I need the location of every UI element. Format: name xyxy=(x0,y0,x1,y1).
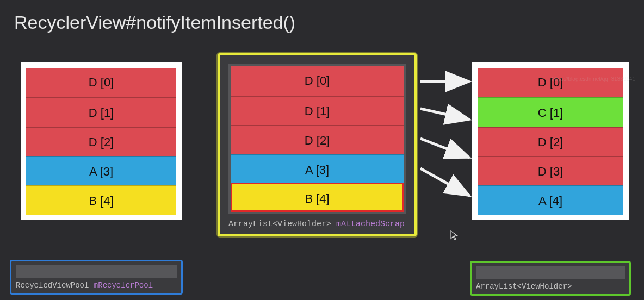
list-item: D [0] xyxy=(231,66,404,96)
changed-caption-type: ArrayList<ViewHolder> xyxy=(476,282,572,291)
scrap-caption: ArrayList<ViewHolder> mAttachedScrap xyxy=(228,220,406,229)
arrow-icon xyxy=(420,109,469,120)
watermark: https://blog.csdn.net/qq_31339141 xyxy=(552,76,635,82)
list-item: B [4] xyxy=(26,185,176,215)
attached-scrap-box: D [0] D [1] D [2] A [3] B [4] ArrayList<… xyxy=(218,53,417,236)
page-title: RecyclerView#notifyItemInserted() xyxy=(14,12,295,33)
pool-empty-bar xyxy=(16,265,177,278)
list-item: D [2] xyxy=(231,125,404,154)
scrap-caption-type: ArrayList<ViewHolder> xyxy=(228,220,331,229)
final-list: D [0] C [1] D [2] D [3] A [4] xyxy=(472,62,629,220)
cursor-icon xyxy=(450,230,458,242)
list-item: D [1] xyxy=(26,97,176,127)
list-item-highlighted: B [4] xyxy=(231,183,404,212)
list-item: C [1] xyxy=(478,97,623,127)
arrow-icon xyxy=(420,168,469,196)
recycler-pool-box: RecycledViewPool mRecyclerPool xyxy=(10,260,183,295)
pool-caption: RecycledViewPool mRecyclerPool xyxy=(16,281,177,290)
changed-scrap-box: ArrayList<ViewHolder> xyxy=(470,261,631,296)
pool-caption-field: mRecyclerPool xyxy=(94,281,153,290)
changed-caption: ArrayList<ViewHolder> xyxy=(476,282,625,291)
list-item: D [3] xyxy=(478,156,623,185)
list-item: D [1] xyxy=(231,96,404,125)
list-item: A [3] xyxy=(26,156,176,185)
changed-empty-bar xyxy=(476,266,625,279)
scrap-list: D [0] D [1] D [2] A [3] B [4] xyxy=(228,64,406,214)
arrow-icon xyxy=(420,139,469,158)
list-item: D [0] xyxy=(478,68,623,97)
list-item: D [0] xyxy=(26,68,176,97)
list-item: D [2] xyxy=(478,127,623,156)
pool-caption-type: RecycledViewPool xyxy=(16,281,89,290)
list-item: D [2] xyxy=(26,127,176,156)
list-item: A [3] xyxy=(231,154,404,184)
initial-list: D [0] D [1] D [2] A [3] B [4] xyxy=(21,62,182,220)
scrap-caption-field: mAttachedScrap xyxy=(336,220,405,229)
list-item: A [4] xyxy=(478,185,623,215)
